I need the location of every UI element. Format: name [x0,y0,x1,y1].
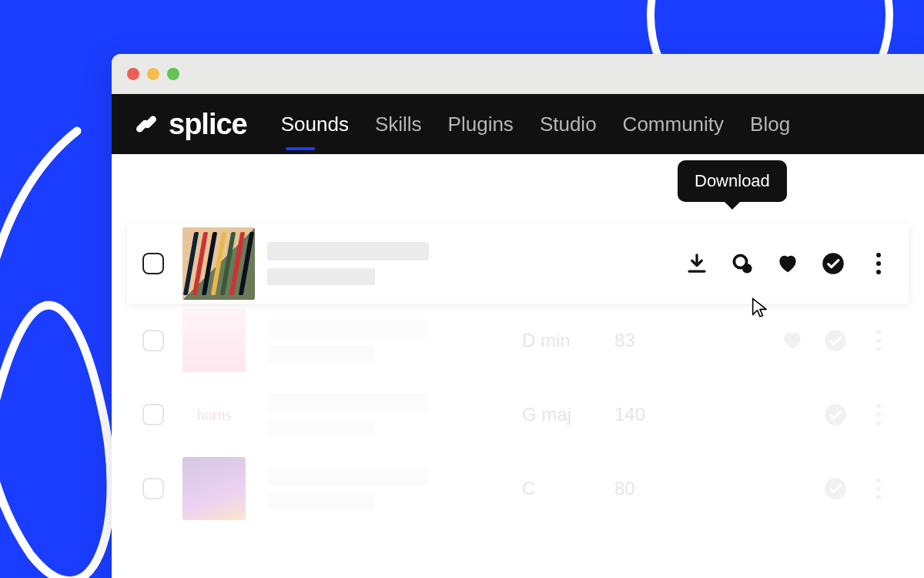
sound-row[interactable]: horns G maj 140 [127,378,909,452]
splice-logo-icon [133,111,159,137]
like-button[interactable] [775,250,800,277]
download-tooltip: Download [678,160,787,202]
sample-key: C [522,478,614,499]
nav-studio[interactable]: Studio [540,113,597,136]
download-button[interactable] [684,250,709,277]
more-actions-button[interactable] [865,476,892,502]
sample-subtitle-placeholder [267,268,375,285]
sample-title-block [267,242,522,285]
more-actions-button[interactable] [865,328,892,354]
sound-list: Download [112,154,924,526]
owned-check-icon[interactable] [821,250,846,277]
more-actions-button[interactable] [865,402,892,428]
brand-name: splice [169,108,247,141]
row-actions [684,328,899,354]
owned-check-icon[interactable] [822,476,849,502]
owned-check-icon[interactable] [822,328,849,354]
brand-logo[interactable]: splice [133,108,247,141]
row-checkbox[interactable] [142,253,164,274]
window-close-button[interactable] [127,68,139,80]
sound-row[interactable]: D min 83 [127,304,909,378]
like-button[interactable] [779,328,805,354]
app-window: splice Sounds Skills Plugins Studio Comm… [112,54,924,578]
sample-bpm: 140 [614,404,684,425]
sample-title-block [267,319,522,362]
nav-sounds[interactable]: Sounds [281,113,349,136]
sample-artwork[interactable] [182,457,246,520]
nav-plugins[interactable]: Plugins [448,113,514,136]
primary-nav: splice Sounds Skills Plugins Studio Comm… [112,94,924,154]
window-zoom-button[interactable] [167,68,179,80]
sound-row[interactable] [127,223,909,304]
row-actions [684,402,899,428]
sample-key: D min [522,330,614,351]
sample-key: G maj [522,404,614,425]
sample-title-block [267,467,522,510]
row-actions [684,250,899,277]
window-titlebar [112,54,924,94]
nav-blog[interactable]: Blog [750,113,790,136]
svg-point-3 [742,264,752,274]
sample-artwork[interactable]: horns [182,383,246,446]
row-checkbox[interactable] [142,330,164,351]
row-checkbox[interactable] [142,478,164,499]
sample-bpm: 83 [614,330,684,351]
nav-community[interactable]: Community [623,113,724,136]
window-minimize-button[interactable] [147,68,159,80]
sample-title-placeholder [267,242,429,260]
more-actions-button[interactable] [866,250,892,277]
owned-check-icon[interactable] [822,402,849,428]
row-checkbox[interactable] [142,404,164,425]
sound-row[interactable]: C 80 [127,452,909,526]
svg-point-4 [822,253,844,274]
svg-point-5 [825,330,846,351]
nav-skills[interactable]: Skills [375,113,422,136]
sample-title-block [267,393,522,436]
sample-bpm: 80 [614,478,684,499]
row-actions [684,476,899,502]
sample-artwork[interactable] [182,309,246,372]
svg-point-6 [825,404,846,425]
sample-artwork[interactable] [182,227,255,300]
similar-sounds-button[interactable] [729,250,755,277]
svg-point-7 [825,478,846,499]
